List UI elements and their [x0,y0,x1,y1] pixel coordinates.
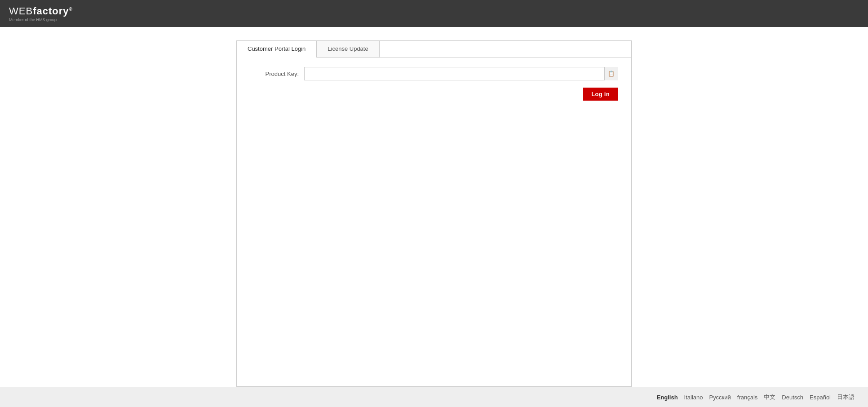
lang-deutsch[interactable]: Deutsch [782,394,803,401]
lang-japanese[interactable]: 日本語 [837,393,855,401]
app-footer: English Italiano Русский français 中文 Deu… [0,387,868,407]
main-content: Customer Portal Login License Update Pro… [0,27,868,387]
tab-license-update[interactable]: License Update [317,41,379,58]
product-key-input[interactable] [304,67,618,80]
logo-web: WEB [9,5,33,17]
lang-english[interactable]: English [657,394,678,401]
login-button[interactable]: Log in [583,88,618,101]
lang-italiano[interactable]: Italiano [684,394,703,401]
login-button-row: Log in [250,88,618,101]
login-card: Customer Portal Login License Update Pro… [236,40,632,387]
lang-francais[interactable]: français [737,394,758,401]
product-key-label: Product Key: [250,71,304,77]
logo-text: WEBfactory® [9,5,73,17]
lang-espanol[interactable]: Español [810,394,831,401]
logo-factory: factory [33,5,69,17]
app-header: WEBfactory® Member of the HMS group [0,0,868,27]
product-key-input-wrapper [304,67,618,80]
logo-subtitle: Member of the HMS group [9,18,73,22]
license-update-form: Product Key: Log in [237,58,631,114]
clipboard-icon [608,71,615,77]
logo: WEBfactory® Member of the HMS group [9,5,73,22]
tab-bar: Customer Portal Login License Update [237,41,631,58]
logo-reg: ® [69,6,72,11]
product-key-row: Product Key: [250,67,618,80]
language-selector: English Italiano Русский français 中文 Deu… [657,393,855,401]
clipboard-paste-button[interactable] [604,67,618,80]
tab-customer-portal-login[interactable]: Customer Portal Login [237,41,317,58]
lang-chinese[interactable]: 中文 [764,393,775,401]
lang-russian[interactable]: Русский [709,394,731,401]
